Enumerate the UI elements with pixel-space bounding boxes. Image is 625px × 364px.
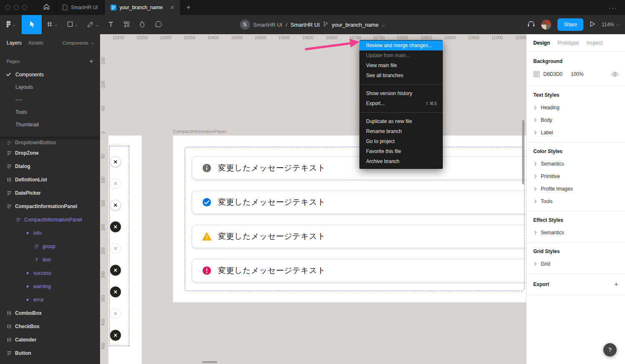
layer-item[interactable]: error <box>0 293 100 306</box>
style-item[interactable]: Semantics <box>527 226 625 239</box>
page-item[interactable]: Tools <box>0 106 100 118</box>
layer-item[interactable]: DropZone <box>0 146 100 160</box>
page-item[interactable]: Components <box>0 68 100 81</box>
layer-item[interactable]: CompactInformationPanel <box>0 213 100 226</box>
add-export-button[interactable] <box>614 282 618 286</box>
frame-icon <box>7 141 12 146</box>
ruler-label: 400 <box>101 314 105 331</box>
style-item[interactable]: Body <box>527 114 625 126</box>
right-tab-prototype[interactable]: Prototype <box>557 40 579 46</box>
page-item[interactable]: Thumbnail <box>0 118 100 131</box>
ruler-label: 10250 <box>136 35 148 40</box>
layer-item[interactable]: warning <box>0 280 100 293</box>
page-item[interactable]: Layouts <box>0 81 100 93</box>
comment-tool-button[interactable] <box>151 15 167 34</box>
canvas[interactable]: 1020010250103001035010400104501050010550… <box>100 34 526 364</box>
visibility-eye-icon[interactable] <box>612 72 618 77</box>
style-item[interactable]: Heading <box>527 101 625 114</box>
pen-tool-button[interactable] <box>83 15 103 34</box>
menu-item[interactable]: Archive branch <box>359 156 443 166</box>
layer-item[interactable]: group <box>0 240 100 253</box>
component-set-icon <box>7 177 12 182</box>
canvas-vertical-scrollbar[interactable] <box>522 120 525 184</box>
background-hex[interactable]: D6D3D0 <box>543 71 569 77</box>
panel-section: Effect StylesSemantics <box>527 211 625 243</box>
layer-item[interactable]: Button <box>0 346 100 360</box>
background-opacity[interactable]: 100% <box>571 71 612 77</box>
menu-item[interactable]: Favorite this file <box>359 146 443 156</box>
frame-title[interactable]: CompactInformationPanel <box>173 129 226 134</box>
overflow-menu-button[interactable]: ··· <box>601 0 625 15</box>
menu-item[interactable]: See all branches <box>359 70 443 80</box>
style-item[interactable]: Tools <box>527 195 625 208</box>
right-tab-design[interactable]: Design <box>533 40 550 46</box>
add-page-button[interactable] <box>89 59 93 63</box>
menu-item[interactable]: Review and merge changes... <box>359 40 443 50</box>
layer-item[interactable]: Dialog <box>0 160 100 173</box>
menu-separator <box>359 112 443 113</box>
layer-item[interactable]: info <box>0 226 100 240</box>
layer-item[interactable]: DropdownButton <box>0 138 100 146</box>
main-menu-button[interactable] <box>0 15 22 34</box>
help-button[interactable]: ? <box>603 343 617 356</box>
menu-item[interactable]: Show version history <box>359 88 443 98</box>
branch-name[interactable]: your_branch_name <box>332 22 379 28</box>
file-name[interactable]: SmartHR UI <box>291 22 320 28</box>
style-item[interactable]: Label <box>527 126 625 139</box>
fullscreen-window-button[interactable] <box>22 5 27 10</box>
comment-icon <box>155 21 162 29</box>
file-breadcrumb[interactable]: S SmartHR UI / SmartHR UI your_branch_na… <box>240 15 385 34</box>
page-label: Thumbnail <box>15 122 39 128</box>
audio-call-button[interactable] <box>527 21 535 28</box>
layer-item[interactable]: ComboBox <box>0 306 100 320</box>
present-button[interactable] <box>590 21 595 28</box>
layer-item[interactable]: DatePicker <box>0 186 100 200</box>
minimize-window-button[interactable] <box>14 5 19 10</box>
ruler-label: 11000 <box>492 35 503 40</box>
left-tab-assets[interactable]: Assets <box>28 40 43 46</box>
component-diamond-icon <box>25 271 30 276</box>
home-button[interactable] <box>36 0 56 15</box>
window-controls <box>0 0 36 15</box>
layer-item[interactable]: text <box>0 253 100 266</box>
menu-item[interactable]: Rename branch <box>359 126 443 136</box>
canvas-horizontal-scrollbar[interactable] <box>202 361 217 363</box>
layer-item[interactable]: success <box>0 266 100 280</box>
tab-close-icon[interactable] <box>166 5 174 10</box>
menu-item[interactable]: Export...⇧⌘E <box>359 98 443 108</box>
right-tab-inspect[interactable]: Inspect <box>586 40 602 46</box>
window-tab[interactable]: your_branch_name <box>104 0 181 15</box>
frame-tool-button[interactable] <box>42 15 62 34</box>
style-item[interactable]: Grid <box>527 258 625 270</box>
hand-tool-button[interactable] <box>135 15 151 34</box>
style-item[interactable]: Primitive <box>527 170 625 183</box>
style-item[interactable]: Profile Images <box>527 183 625 195</box>
shape-tool-button[interactable] <box>62 15 83 34</box>
background-swatch[interactable] <box>533 71 540 78</box>
branch-icon <box>323 21 329 28</box>
style-item[interactable]: Semantics <box>527 158 625 170</box>
project-name[interactable]: SmartHR UI <box>253 22 282 28</box>
page-item[interactable]: ---- <box>0 93 100 106</box>
close-window-button[interactable] <box>5 5 10 10</box>
layer-item[interactable]: CompactInformationPanel <box>0 200 100 213</box>
layer-item[interactable]: DefinitionList <box>0 173 100 186</box>
new-tab-button[interactable]: + <box>181 0 196 15</box>
left-tab-layers[interactable]: Layers <box>7 40 22 46</box>
share-button[interactable]: Share <box>557 18 583 31</box>
move-tool-button[interactable] <box>22 15 42 34</box>
section-header: Text Styles <box>527 86 625 101</box>
user-avatar[interactable] <box>541 20 551 30</box>
menu-item[interactable]: View main file <box>359 60 443 70</box>
text-tool-button[interactable] <box>103 15 119 34</box>
ruler-label: 10700 <box>349 35 361 40</box>
window-tab[interactable]: SmartHR UI <box>56 0 104 15</box>
style-item-label: Label <box>541 130 553 136</box>
current-page-dropdown[interactable]: Components <box>63 40 94 45</box>
layer-item[interactable]: Calender <box>0 333 100 346</box>
zoom-dropdown[interactable]: 114% <box>602 22 619 28</box>
layer-item[interactable]: CheckBox <box>0 320 100 333</box>
resources-tool-button[interactable] <box>119 15 135 34</box>
menu-item[interactable]: Go to project <box>359 136 443 146</box>
menu-item[interactable]: Duplicate as new file <box>359 116 443 126</box>
